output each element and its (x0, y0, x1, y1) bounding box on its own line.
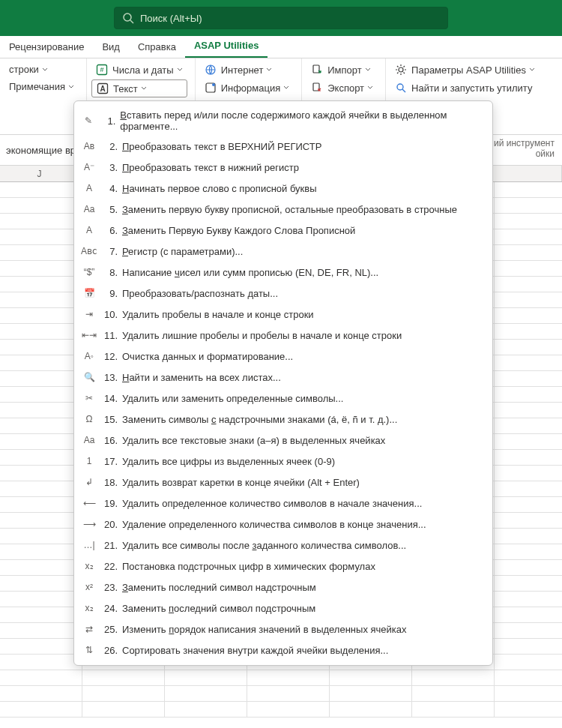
menu-item-1[interactable]: ✎1.Вставить перед и/или после содержимог… (74, 106, 492, 136)
notes-button[interactable]: Примечания (4, 79, 79, 94)
tab-asap-utilities[interactable]: ASAP Utilities (185, 35, 268, 58)
cell[interactable] (0, 639, 82, 654)
import-button[interactable]: Импорт (306, 61, 378, 78)
menu-item-7[interactable]: Aʙᴄ7.Регистр (с параметрами)... (74, 241, 492, 262)
cell[interactable] (495, 466, 562, 481)
cell[interactable] (495, 497, 562, 512)
menu-item-19[interactable]: ⟵19.Удалить определенное количество симв… (74, 493, 492, 514)
numbers-dates-button[interactable]: # Числа и даты (91, 61, 187, 78)
cell[interactable] (330, 670, 412, 685)
cell[interactable] (0, 560, 82, 575)
cell[interactable] (165, 702, 247, 717)
cell[interactable] (495, 229, 562, 244)
menu-item-8[interactable]: “$”8.Написание чисел или сумм прописью (… (74, 262, 492, 283)
cell[interactable] (0, 702, 82, 717)
cell[interactable] (0, 607, 82, 622)
menu-item-10[interactable]: ⇥10.Удалить пробелы в начале и конце стр… (74, 304, 492, 325)
cell[interactable] (0, 261, 82, 276)
menu-item-14[interactable]: ✂14.Удалить или заменить определенные си… (74, 388, 492, 409)
cell[interactable] (495, 655, 562, 670)
cell[interactable] (495, 686, 562, 701)
tab-view[interactable]: Вид (93, 37, 129, 58)
cell[interactable] (412, 670, 495, 685)
menu-item-23[interactable]: x²23.Заменить последний символ надстрочн… (74, 577, 492, 598)
cell[interactable] (0, 481, 82, 496)
menu-item-12[interactable]: A◦12.Очистка данных и форматирование... (74, 346, 492, 367)
cell[interactable] (247, 670, 330, 685)
cell[interactable] (165, 686, 247, 701)
menu-item-22[interactable]: x₂22.Постановка подстрочных цифр в химич… (74, 556, 492, 577)
menu-item-13[interactable]: 🔍13.Найти и заменить на всех листах... (74, 367, 492, 388)
cell[interactable] (495, 670, 562, 685)
text-button[interactable]: A Текст (91, 79, 187, 97)
cell[interactable] (0, 277, 82, 292)
menu-item-9[interactable]: 📅9.Преобразовать/распознать даты... (74, 283, 492, 304)
cell[interactable] (495, 371, 562, 386)
cell[interactable] (0, 434, 82, 449)
menu-item-15[interactable]: Ω15.Заменить символы с надстрочными знак… (74, 409, 492, 430)
cell[interactable] (0, 576, 82, 591)
cell[interactable] (495, 513, 562, 528)
menu-item-25[interactable]: ⇄25.Изменить порядок написания значений … (74, 619, 492, 640)
cell[interactable] (495, 623, 562, 638)
cell[interactable] (0, 371, 82, 386)
cell[interactable] (0, 403, 82, 418)
cell[interactable] (330, 686, 412, 701)
search-box[interactable]: Поиск (Alt+Ы) (114, 7, 448, 29)
internet-button[interactable]: Интернет (200, 61, 294, 78)
cell[interactable] (495, 544, 562, 559)
cell[interactable] (495, 387, 562, 402)
menu-item-5[interactable]: Aa5.Заменить первую букву прописной, ост… (74, 199, 492, 220)
rows-button[interactable]: строки (4, 61, 79, 77)
cell[interactable] (495, 308, 562, 323)
cell[interactable] (495, 182, 562, 197)
cell[interactable] (495, 450, 562, 465)
cell[interactable] (412, 686, 495, 701)
cell[interactable] (0, 592, 82, 607)
menu-item-17[interactable]: 117.Удалить все цифры из выделенных ячее… (74, 451, 492, 472)
cell[interactable] (495, 639, 562, 654)
cell[interactable] (495, 529, 562, 544)
cell[interactable] (0, 670, 82, 685)
cell[interactable] (0, 324, 82, 339)
cell[interactable] (495, 292, 562, 307)
cell[interactable] (495, 434, 562, 449)
menu-item-21[interactable]: …|21.Удалить все символы после заданного… (74, 535, 492, 556)
cell[interactable] (495, 607, 562, 622)
cell[interactable] (0, 214, 82, 229)
cell[interactable] (412, 702, 495, 717)
cell[interactable] (0, 198, 82, 213)
col-header-j[interactable]: J (0, 166, 79, 181)
cell[interactable] (0, 466, 82, 481)
cell[interactable] (82, 686, 165, 701)
cell[interactable] (330, 702, 412, 717)
menu-item-16[interactable]: Aa16.Удалить все текстовые знаки (а–я) в… (74, 430, 492, 451)
cell[interactable] (0, 450, 82, 465)
cell[interactable] (0, 387, 82, 402)
cell[interactable] (495, 702, 562, 717)
cell[interactable] (247, 686, 330, 701)
cell[interactable] (495, 324, 562, 339)
export-button[interactable]: Экспорт (306, 79, 378, 96)
menu-item-26[interactable]: ⇅26.Сортировать значения внутри каждой я… (74, 640, 492, 661)
cell[interactable] (0, 229, 82, 244)
cell[interactable] (495, 560, 562, 575)
asap-params-button[interactable]: Параметры ASAP Utilities (390, 61, 540, 78)
cell[interactable] (0, 529, 82, 544)
cell[interactable] (495, 481, 562, 496)
cell[interactable] (0, 544, 82, 559)
cell[interactable] (0, 623, 82, 638)
cell[interactable] (0, 182, 82, 197)
tab-help[interactable]: Справка (129, 37, 185, 58)
menu-item-11[interactable]: ⇤⇥11.Удалить лишние пробелы и пробелы в … (74, 325, 492, 346)
cell[interactable] (495, 403, 562, 418)
cell[interactable] (0, 686, 82, 701)
cell[interactable] (495, 214, 562, 229)
cell[interactable] (495, 277, 562, 292)
cell[interactable] (495, 592, 562, 607)
cell[interactable] (82, 670, 165, 685)
menu-item-24[interactable]: x₂24.Заменить последний символ подстрочн… (74, 598, 492, 619)
cell[interactable] (0, 245, 82, 260)
cell[interactable] (495, 245, 562, 260)
cell[interactable] (0, 655, 82, 670)
